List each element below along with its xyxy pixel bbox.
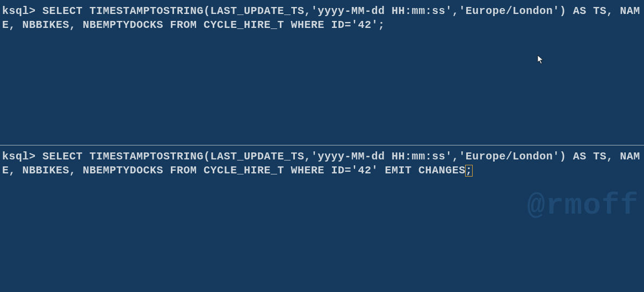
terminal-line: ksql> SELECT TIMESTAMPTOSTRING(LAST_UPDA… [2, 4, 642, 32]
terminal-pane-top[interactable]: ksql> SELECT TIMESTAMPTOSTRING(LAST_UPDA… [0, 0, 644, 145]
sql-query-text: SELECT TIMESTAMPTOSTRING(LAST_UPDATE_TS,… [2, 5, 640, 31]
watermark-text: @rmoff [527, 188, 639, 223]
terminal-pane-bottom[interactable]: ksql> SELECT TIMESTAMPTOSTRING(LAST_UPDA… [0, 145, 644, 292]
ksql-prompt: ksql> [2, 5, 42, 17]
mouse-cursor-icon [537, 55, 545, 64]
ksql-prompt: ksql> [2, 150, 42, 163]
terminal-cursor: ; [466, 164, 473, 178]
sql-query-text: SELECT TIMESTAMPTOSTRING(LAST_UPDATE_TS,… [2, 150, 640, 177]
terminal-line: ksql> SELECT TIMESTAMPTOSTRING(LAST_UPDA… [2, 150, 642, 178]
